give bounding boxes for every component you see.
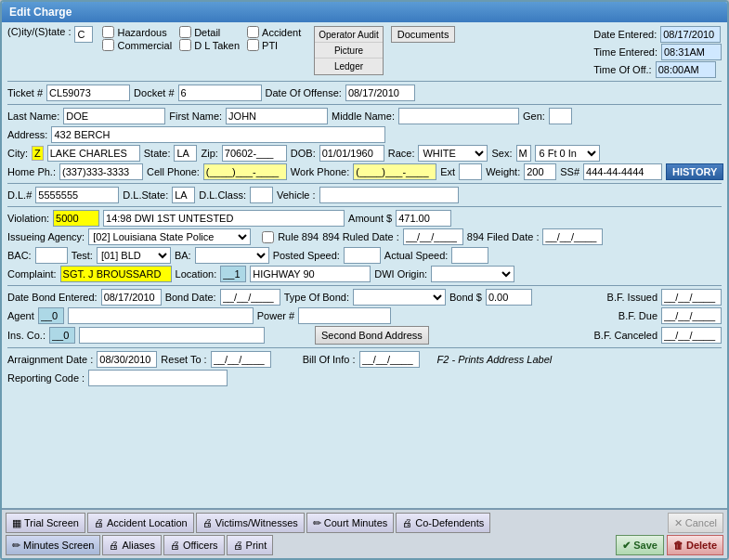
aliases-tab[interactable]: 🖨 Aliases xyxy=(102,535,161,555)
dl-input[interactable] xyxy=(35,187,119,203)
ledger-btn[interactable]: Ledger xyxy=(315,59,382,74)
ins-co-value-input[interactable] xyxy=(79,327,265,344)
bf-due-input[interactable] xyxy=(661,307,722,324)
pti-checkbox[interactable] xyxy=(247,39,259,51)
minutes-screen-tab[interactable]: ✏ Minutes Screen xyxy=(6,535,100,555)
type-bond-select[interactable] xyxy=(353,289,446,306)
amount-label: Amount $ xyxy=(348,213,392,224)
officers-tab[interactable]: 🖨 Officers xyxy=(163,535,225,555)
rule894-filed-input[interactable] xyxy=(542,228,603,245)
zip-label: Zip: xyxy=(201,148,217,159)
time-entered-input[interactable] xyxy=(661,44,722,60)
date-entered-input[interactable] xyxy=(660,26,721,43)
bond-s-input[interactable] xyxy=(486,289,532,306)
victims-witnesses-tab[interactable]: 🖨 Victims/Witnesses xyxy=(196,513,305,533)
city-state-input[interactable] xyxy=(74,26,93,43)
docket-input[interactable] xyxy=(178,85,262,101)
arraignment-input[interactable] xyxy=(97,351,157,368)
rule894-filed-label: 894 Filed Date : xyxy=(467,231,540,242)
posted-speed-input[interactable] xyxy=(344,247,381,264)
reporting-input[interactable] xyxy=(88,370,228,386)
commercial-label: Commercial xyxy=(117,40,172,51)
amount-input[interactable] xyxy=(396,210,451,227)
address-input[interactable] xyxy=(51,126,385,143)
print-tab[interactable]: 🖨 Print xyxy=(227,535,274,555)
accident-checkbox[interactable] xyxy=(247,26,259,38)
second-bond-address-button[interactable]: Second Bond Address xyxy=(315,326,429,345)
rule894-checkbox[interactable] xyxy=(262,231,274,243)
middle-name-input[interactable] xyxy=(398,108,519,124)
gen-input[interactable] xyxy=(549,108,572,124)
picture-btn[interactable]: Picture xyxy=(315,43,382,59)
dl-taken-checkbox[interactable] xyxy=(179,39,191,51)
power-input[interactable] xyxy=(298,307,391,324)
detail-checkbox[interactable] xyxy=(179,26,191,38)
work-label: Work Phone: xyxy=(291,166,349,177)
operator-audit-btn[interactable]: Operator Audit xyxy=(315,27,382,43)
violation-code-input[interactable] xyxy=(53,210,99,227)
ticket-input[interactable] xyxy=(46,85,130,101)
dob-input[interactable] xyxy=(319,145,384,162)
co-defendents-tab[interactable]: 🖨 Co-Defendents xyxy=(396,513,490,533)
hazardous-checkbox[interactable] xyxy=(102,26,114,38)
ins-co-code-input[interactable] xyxy=(49,327,75,344)
date-bond-input[interactable] xyxy=(101,289,162,306)
agent-code-input[interactable] xyxy=(38,307,64,324)
weight-label: Weight: xyxy=(486,166,520,177)
bf-issued-input[interactable] xyxy=(661,289,722,306)
time-off-input[interactable] xyxy=(656,61,716,78)
vehicle-input[interactable] xyxy=(319,187,459,203)
accident-location-tab[interactable]: 🖨 Accident Location xyxy=(87,513,194,533)
state-input[interactable] xyxy=(174,145,197,162)
complaint-input[interactable] xyxy=(60,266,172,282)
issuing-agency-select[interactable]: [02] Louisiana State Police xyxy=(88,228,251,245)
ss-input[interactable] xyxy=(583,163,662,180)
dl-class-input[interactable] xyxy=(250,187,273,203)
dwi-origin-select[interactable] xyxy=(431,266,514,282)
officers-icon: 🖨 xyxy=(170,540,180,551)
actual-speed-input[interactable] xyxy=(451,247,488,264)
dl-state-input[interactable] xyxy=(172,187,195,203)
delete-button[interactable]: 🗑 Delete xyxy=(667,535,723,555)
court-minutes-icon: ✏ xyxy=(313,517,321,529)
ext-label: Ext xyxy=(440,166,455,177)
bill-info-input[interactable] xyxy=(359,351,420,368)
court-minutes-tab[interactable]: ✏ Court Minutes xyxy=(306,513,394,533)
location-label: Location: xyxy=(176,268,217,280)
last-name-input[interactable] xyxy=(63,108,165,124)
accident-label: Accident xyxy=(262,27,301,38)
ba-select[interactable] xyxy=(195,247,269,264)
history-button[interactable]: HISTORY xyxy=(666,163,723,180)
ext-input[interactable] xyxy=(459,163,482,180)
height-select[interactable]: 6 Ft 0 In 5 Ft 10 In xyxy=(535,145,600,162)
location-code-input[interactable] xyxy=(220,266,246,282)
reset-input[interactable] xyxy=(211,351,271,368)
city-input[interactable] xyxy=(47,145,140,162)
location-value-input[interactable] xyxy=(250,266,371,282)
weight-input[interactable] xyxy=(524,163,556,180)
sex-input[interactable] xyxy=(516,145,531,162)
city-prefix: Z xyxy=(32,146,44,161)
commercial-checkbox[interactable] xyxy=(102,39,114,51)
cell-label: Cell Phone: xyxy=(147,166,200,177)
bond-date-input[interactable] xyxy=(220,289,280,306)
work-input[interactable] xyxy=(353,163,436,180)
cell-input[interactable] xyxy=(203,163,287,180)
documents-btn[interactable]: Documents xyxy=(391,26,456,43)
date-offense-input[interactable] xyxy=(345,85,415,101)
agent-value-input[interactable] xyxy=(68,307,254,324)
test-select[interactable]: [01] BLD xyxy=(97,247,171,264)
rule894-date-input[interactable] xyxy=(403,228,463,245)
bac-input[interactable] xyxy=(35,247,68,264)
cancel-button[interactable]: ✕ Cancel xyxy=(668,513,723,533)
violation-desc-input[interactable] xyxy=(103,210,345,227)
bf-canceled-input[interactable] xyxy=(661,327,722,344)
victims-witnesses-icon: 🖨 xyxy=(202,517,213,528)
trial-screen-tab[interactable]: ▦ Trial Screen xyxy=(6,513,85,533)
zip-input[interactable] xyxy=(222,145,287,162)
home-ph-input[interactable] xyxy=(59,163,143,180)
save-button[interactable]: ✔ Save xyxy=(616,535,664,555)
court-minutes-label: Court Minutes xyxy=(324,517,387,528)
race-select[interactable]: WHITE BLACK HISPANIC xyxy=(418,145,488,162)
first-name-input[interactable] xyxy=(226,108,328,124)
